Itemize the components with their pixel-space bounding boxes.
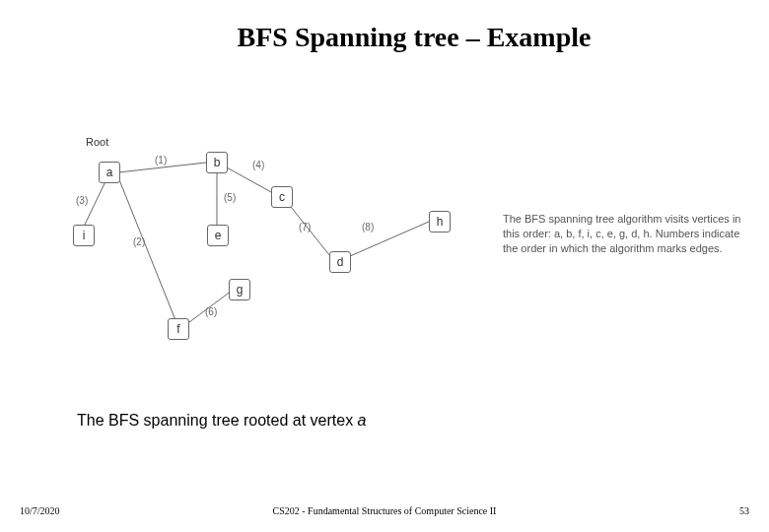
edge-label-5: (5) <box>224 192 236 203</box>
edge-label-2: (2) <box>133 236 145 247</box>
footer-date: 10/7/2020 <box>20 505 60 516</box>
edge-label-3: (3) <box>76 195 88 206</box>
tree-edges <box>59 128 483 365</box>
footer: 10/7/2020 CS202 - Fundamental Structures… <box>0 505 769 516</box>
caption-vertex: a <box>358 412 367 429</box>
node-b: b <box>206 152 228 173</box>
edge-label-1: (1) <box>155 155 167 166</box>
bfs-tree-diagram: Root a b c d e f g h i (1) (2) (3) (4) (… <box>59 128 483 365</box>
node-g: g <box>229 279 250 300</box>
footer-page: 53 <box>739 505 749 516</box>
node-e: e <box>207 225 229 246</box>
svg-line-3 <box>227 167 271 192</box>
edge-label-4: (4) <box>252 160 264 170</box>
explanation-text: The BFS spanning tree algorithm visits v… <box>503 212 749 256</box>
node-a: a <box>99 162 120 183</box>
footer-course: CS202 - Fundamental Structures of Comput… <box>273 505 497 516</box>
caption: The BFS spanning tree rooted at vertex a <box>77 412 367 430</box>
node-c: c <box>271 186 293 208</box>
caption-prefix: The BFS spanning tree rooted at vertex <box>77 412 358 429</box>
node-d: d <box>329 251 351 273</box>
svg-line-1 <box>118 177 177 325</box>
edge-label-6: (6) <box>205 306 217 317</box>
node-h: h <box>429 211 451 233</box>
slide-title: BFS Spanning tree – Example <box>0 0 769 53</box>
edge-label-7: (7) <box>299 222 311 233</box>
node-f: f <box>168 318 189 340</box>
node-i: i <box>73 225 95 246</box>
edge-label-8: (8) <box>362 222 374 233</box>
root-label: Root <box>86 136 108 148</box>
